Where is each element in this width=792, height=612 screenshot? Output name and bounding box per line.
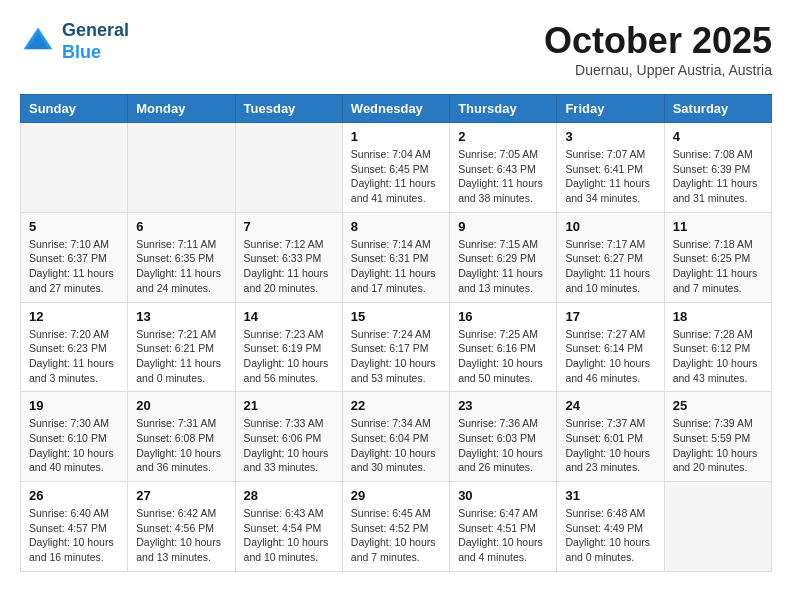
page-header: General Blue October 2025 Duernau, Upper…	[20, 20, 772, 78]
calendar-cell: 12Sunrise: 7:20 AM Sunset: 6:23 PM Dayli…	[21, 302, 128, 392]
calendar-cell: 1Sunrise: 7:04 AM Sunset: 6:45 PM Daylig…	[342, 123, 449, 213]
calendar-cell: 22Sunrise: 7:34 AM Sunset: 6:04 PM Dayli…	[342, 392, 449, 482]
day-number: 2	[458, 129, 548, 144]
calendar-cell: 5Sunrise: 7:10 AM Sunset: 6:37 PM Daylig…	[21, 212, 128, 302]
day-info: Sunrise: 6:43 AM Sunset: 4:54 PM Dayligh…	[244, 506, 334, 565]
weekday-header: Sunday	[21, 95, 128, 123]
day-info: Sunrise: 7:33 AM Sunset: 6:06 PM Dayligh…	[244, 416, 334, 475]
calendar-cell: 7Sunrise: 7:12 AM Sunset: 6:33 PM Daylig…	[235, 212, 342, 302]
calendar-cell: 20Sunrise: 7:31 AM Sunset: 6:08 PM Dayli…	[128, 392, 235, 482]
calendar-cell: 27Sunrise: 6:42 AM Sunset: 4:56 PM Dayli…	[128, 482, 235, 572]
day-info: Sunrise: 6:48 AM Sunset: 4:49 PM Dayligh…	[565, 506, 655, 565]
day-info: Sunrise: 6:45 AM Sunset: 4:52 PM Dayligh…	[351, 506, 441, 565]
day-info: Sunrise: 7:07 AM Sunset: 6:41 PM Dayligh…	[565, 147, 655, 206]
day-number: 18	[673, 309, 763, 324]
day-info: Sunrise: 7:24 AM Sunset: 6:17 PM Dayligh…	[351, 327, 441, 386]
day-number: 24	[565, 398, 655, 413]
day-info: Sunrise: 7:20 AM Sunset: 6:23 PM Dayligh…	[29, 327, 119, 386]
calendar-cell	[128, 123, 235, 213]
calendar-cell: 11Sunrise: 7:18 AM Sunset: 6:25 PM Dayli…	[664, 212, 771, 302]
weekday-header: Wednesday	[342, 95, 449, 123]
day-number: 21	[244, 398, 334, 413]
day-number: 8	[351, 219, 441, 234]
calendar-cell: 16Sunrise: 7:25 AM Sunset: 6:16 PM Dayli…	[450, 302, 557, 392]
weekday-header: Friday	[557, 95, 664, 123]
day-info: Sunrise: 6:47 AM Sunset: 4:51 PM Dayligh…	[458, 506, 548, 565]
calendar-cell: 25Sunrise: 7:39 AM Sunset: 5:59 PM Dayli…	[664, 392, 771, 482]
weekday-header: Tuesday	[235, 95, 342, 123]
calendar-cell: 8Sunrise: 7:14 AM Sunset: 6:31 PM Daylig…	[342, 212, 449, 302]
calendar-cell	[664, 482, 771, 572]
day-number: 9	[458, 219, 548, 234]
day-info: Sunrise: 7:18 AM Sunset: 6:25 PM Dayligh…	[673, 237, 763, 296]
day-info: Sunrise: 7:25 AM Sunset: 6:16 PM Dayligh…	[458, 327, 548, 386]
day-info: Sunrise: 7:11 AM Sunset: 6:35 PM Dayligh…	[136, 237, 226, 296]
calendar-cell: 10Sunrise: 7:17 AM Sunset: 6:27 PM Dayli…	[557, 212, 664, 302]
calendar-cell: 19Sunrise: 7:30 AM Sunset: 6:10 PM Dayli…	[21, 392, 128, 482]
day-info: Sunrise: 7:36 AM Sunset: 6:03 PM Dayligh…	[458, 416, 548, 475]
calendar-cell: 6Sunrise: 7:11 AM Sunset: 6:35 PM Daylig…	[128, 212, 235, 302]
day-number: 26	[29, 488, 119, 503]
day-number: 15	[351, 309, 441, 324]
day-info: Sunrise: 7:10 AM Sunset: 6:37 PM Dayligh…	[29, 237, 119, 296]
location-subtitle: Duernau, Upper Austria, Austria	[544, 62, 772, 78]
day-number: 4	[673, 129, 763, 144]
calendar-cell: 31Sunrise: 6:48 AM Sunset: 4:49 PM Dayli…	[557, 482, 664, 572]
calendar-cell	[21, 123, 128, 213]
calendar-cell: 4Sunrise: 7:08 AM Sunset: 6:39 PM Daylig…	[664, 123, 771, 213]
day-info: Sunrise: 7:17 AM Sunset: 6:27 PM Dayligh…	[565, 237, 655, 296]
day-number: 3	[565, 129, 655, 144]
day-number: 28	[244, 488, 334, 503]
title-block: October 2025 Duernau, Upper Austria, Aus…	[544, 20, 772, 78]
day-number: 1	[351, 129, 441, 144]
day-number: 31	[565, 488, 655, 503]
calendar-cell: 23Sunrise: 7:36 AM Sunset: 6:03 PM Dayli…	[450, 392, 557, 482]
day-number: 13	[136, 309, 226, 324]
calendar-cell: 3Sunrise: 7:07 AM Sunset: 6:41 PM Daylig…	[557, 123, 664, 213]
weekday-header: Monday	[128, 95, 235, 123]
day-info: Sunrise: 7:28 AM Sunset: 6:12 PM Dayligh…	[673, 327, 763, 386]
day-info: Sunrise: 6:42 AM Sunset: 4:56 PM Dayligh…	[136, 506, 226, 565]
day-info: Sunrise: 7:37 AM Sunset: 6:01 PM Dayligh…	[565, 416, 655, 475]
day-number: 14	[244, 309, 334, 324]
calendar-cell: 21Sunrise: 7:33 AM Sunset: 6:06 PM Dayli…	[235, 392, 342, 482]
day-info: Sunrise: 7:08 AM Sunset: 6:39 PM Dayligh…	[673, 147, 763, 206]
day-number: 19	[29, 398, 119, 413]
calendar-week-row: 19Sunrise: 7:30 AM Sunset: 6:10 PM Dayli…	[21, 392, 772, 482]
calendar-week-row: 1Sunrise: 7:04 AM Sunset: 6:45 PM Daylig…	[21, 123, 772, 213]
logo-text: General Blue	[62, 20, 129, 63]
day-number: 30	[458, 488, 548, 503]
day-number: 17	[565, 309, 655, 324]
calendar-cell: 14Sunrise: 7:23 AM Sunset: 6:19 PM Dayli…	[235, 302, 342, 392]
day-number: 29	[351, 488, 441, 503]
day-number: 27	[136, 488, 226, 503]
calendar-cell: 24Sunrise: 7:37 AM Sunset: 6:01 PM Dayli…	[557, 392, 664, 482]
logo-icon	[20, 24, 56, 60]
calendar-cell: 29Sunrise: 6:45 AM Sunset: 4:52 PM Dayli…	[342, 482, 449, 572]
day-number: 22	[351, 398, 441, 413]
calendar-cell: 18Sunrise: 7:28 AM Sunset: 6:12 PM Dayli…	[664, 302, 771, 392]
weekday-header: Saturday	[664, 95, 771, 123]
logo: General Blue	[20, 20, 129, 63]
calendar-cell: 26Sunrise: 6:40 AM Sunset: 4:57 PM Dayli…	[21, 482, 128, 572]
day-number: 11	[673, 219, 763, 234]
day-number: 5	[29, 219, 119, 234]
day-number: 7	[244, 219, 334, 234]
calendar-cell: 28Sunrise: 6:43 AM Sunset: 4:54 PM Dayli…	[235, 482, 342, 572]
weekday-header: Thursday	[450, 95, 557, 123]
day-number: 6	[136, 219, 226, 234]
day-number: 12	[29, 309, 119, 324]
calendar-cell: 2Sunrise: 7:05 AM Sunset: 6:43 PM Daylig…	[450, 123, 557, 213]
calendar-cell: 30Sunrise: 6:47 AM Sunset: 4:51 PM Dayli…	[450, 482, 557, 572]
day-number: 20	[136, 398, 226, 413]
calendar-cell: 15Sunrise: 7:24 AM Sunset: 6:17 PM Dayli…	[342, 302, 449, 392]
month-title: October 2025	[544, 20, 772, 62]
calendar-cell: 9Sunrise: 7:15 AM Sunset: 6:29 PM Daylig…	[450, 212, 557, 302]
day-info: Sunrise: 7:39 AM Sunset: 5:59 PM Dayligh…	[673, 416, 763, 475]
day-info: Sunrise: 7:04 AM Sunset: 6:45 PM Dayligh…	[351, 147, 441, 206]
day-info: Sunrise: 7:14 AM Sunset: 6:31 PM Dayligh…	[351, 237, 441, 296]
calendar-week-row: 5Sunrise: 7:10 AM Sunset: 6:37 PM Daylig…	[21, 212, 772, 302]
calendar-cell: 13Sunrise: 7:21 AM Sunset: 6:21 PM Dayli…	[128, 302, 235, 392]
day-info: Sunrise: 7:31 AM Sunset: 6:08 PM Dayligh…	[136, 416, 226, 475]
day-number: 25	[673, 398, 763, 413]
